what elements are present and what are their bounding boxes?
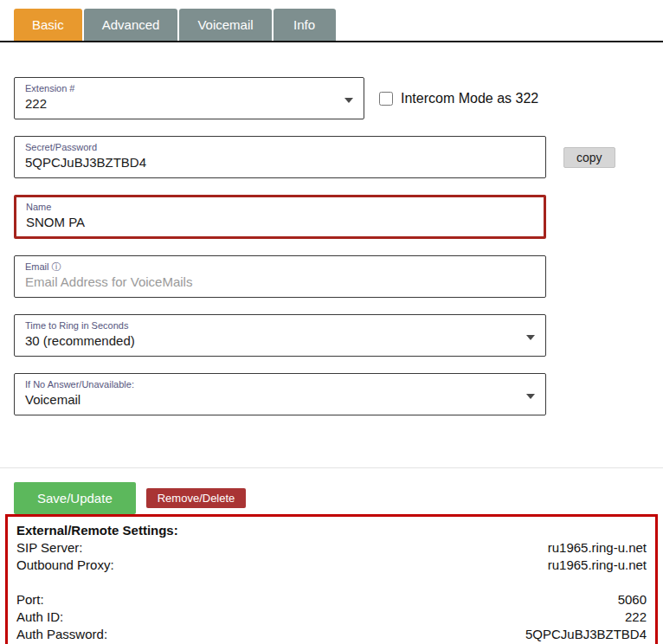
external-row-auth-id: Auth ID: 222 bbox=[16, 609, 647, 626]
sip-server-label: SIP Server: bbox=[16, 539, 82, 557]
extension-label: Extension # bbox=[25, 83, 353, 94]
external-row-sip-server: SIP Server: ru1965.ring-u.net bbox=[16, 539, 647, 557]
intercom-checkbox[interactable] bbox=[379, 92, 393, 106]
external-row-port: Port: 5060 bbox=[16, 591, 647, 609]
info-icon: ⓘ bbox=[52, 261, 61, 272]
email-label: Emailⓘ bbox=[25, 261, 535, 273]
no-answer-value: Voicemail bbox=[25, 392, 80, 407]
tab-bar: Basic Advanced Voicemail Info bbox=[0, 0, 663, 42]
no-answer-label: If No Answer/Unavailable: bbox=[25, 379, 535, 390]
name-value: SNOM PA bbox=[26, 215, 85, 229]
external-settings-title: External/Remote Settings: bbox=[16, 521, 647, 539]
external-row-spacer bbox=[16, 574, 647, 591]
port-label: Port: bbox=[16, 591, 44, 609]
intercom-checkbox-group: Intercom Mode as 322 bbox=[379, 91, 538, 106]
intercom-checkbox-label: Intercom Mode as 322 bbox=[401, 91, 538, 106]
chevron-down-icon bbox=[526, 394, 535, 399]
extension-value: 222 bbox=[25, 96, 47, 111]
outbound-proxy-label: Outbound Proxy: bbox=[16, 557, 114, 574]
copy-button[interactable]: copy bbox=[563, 147, 615, 168]
external-row-outbound-proxy: Outbound Proxy: ru1965.ring-u.net bbox=[16, 557, 647, 574]
ring-time-label: Time to Ring in Seconds bbox=[25, 320, 535, 332]
action-button-row: Save/Update Remove/Delete bbox=[0, 468, 663, 514]
outbound-proxy-value: ru1965.ring-u.net bbox=[548, 557, 647, 574]
secret-password-field[interactable]: Secret/Password 5QPCJuBJ3BZTBD4 bbox=[14, 136, 546, 178]
external-row-auth-password: Auth Password: 5QPCJuBJ3BZTBD4 bbox=[16, 626, 647, 643]
chevron-down-icon bbox=[344, 98, 353, 103]
auth-id-value: 222 bbox=[625, 609, 647, 626]
name-field[interactable]: Name SNOM PA bbox=[14, 195, 546, 239]
auth-password-value: 5QPCJuBJ3BZTBD4 bbox=[525, 626, 647, 643]
secret-row: Secret/Password 5QPCJuBJ3BZTBD4 copy bbox=[14, 136, 649, 178]
save-update-button[interactable]: Save/Update bbox=[14, 482, 136, 514]
secret-password-value: 5QPCJuBJ3BZTBD4 bbox=[25, 155, 146, 170]
external-remote-settings-box: External/Remote Settings: SIP Server: ru… bbox=[5, 514, 658, 644]
remove-delete-button[interactable]: Remove/Delete bbox=[146, 488, 247, 508]
auth-id-label: Auth ID: bbox=[16, 609, 63, 626]
extension-select[interactable]: Extension # 222 bbox=[14, 77, 364, 119]
ring-time-select[interactable]: Time to Ring in Seconds 30 (recommended) bbox=[14, 314, 546, 357]
ring-time-value: 30 (recommended) bbox=[25, 333, 135, 348]
tab-basic[interactable]: Basic bbox=[14, 9, 82, 41]
email-placeholder: Email Address for VoiceMails bbox=[25, 274, 192, 289]
chevron-down-icon bbox=[526, 335, 535, 340]
secret-password-label: Secret/Password bbox=[25, 142, 535, 153]
extension-row: Extension # 222 Intercom Mode as 322 bbox=[14, 77, 649, 119]
no-answer-select[interactable]: If No Answer/Unavailable: Voicemail bbox=[14, 373, 546, 415]
name-label: Name bbox=[26, 202, 534, 213]
tab-voicemail[interactable]: Voicemail bbox=[179, 9, 271, 41]
tab-info[interactable]: Info bbox=[274, 9, 336, 41]
tab-advanced[interactable]: Advanced bbox=[84, 9, 178, 41]
email-field[interactable]: Emailⓘ Email Address for VoiceMails bbox=[14, 255, 546, 298]
auth-password-label: Auth Password: bbox=[16, 626, 107, 643]
basic-settings-panel: Extension # 222 Intercom Mode as 322 Sec… bbox=[0, 42, 663, 468]
port-value: 5060 bbox=[618, 591, 647, 609]
sip-server-value: ru1965.ring-u.net bbox=[548, 539, 647, 557]
